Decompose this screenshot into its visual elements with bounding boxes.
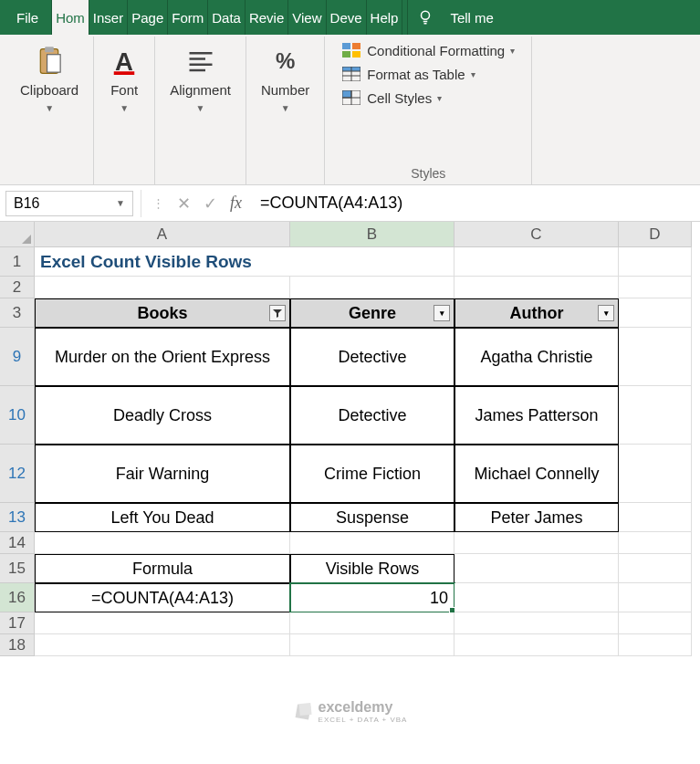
cell-D14[interactable]: [619, 532, 692, 554]
row-header-3[interactable]: 3: [0, 298, 35, 328]
cell-styles-button[interactable]: Cell Styles ▾: [338, 88, 518, 108]
alignment-button[interactable]: Alignment ▼: [162, 40, 238, 119]
filter-button-active[interactable]: [269, 305, 286, 321]
cell-A10[interactable]: Deadly Cross: [35, 386, 290, 445]
cell-B12[interactable]: Crime Fiction: [290, 445, 454, 503]
cell-D1[interactable]: [619, 247, 692, 277]
paste-button[interactable]: Clipboard ▼: [13, 40, 86, 119]
formula-input[interactable]: [251, 190, 700, 216]
formula-bar-buttons: ⋮ ✕ ✓ fx: [143, 194, 251, 214]
chevron-down-icon[interactable]: ▼: [116, 198, 125, 208]
chevron-down-icon: ▼: [120, 103, 129, 113]
tab-file[interactable]: File: [4, 0, 52, 35]
cell-B9[interactable]: Detective: [290, 328, 454, 386]
tab-help[interactable]: Help: [367, 0, 403, 35]
cell-C12[interactable]: Michael Connelly: [454, 445, 619, 503]
row-header-1[interactable]: 1: [0, 247, 35, 277]
cell-B3[interactable]: Genre▾: [290, 298, 454, 328]
column-header-d[interactable]: D: [619, 222, 692, 247]
cell-A16[interactable]: =COUNTA(A4:A13): [35, 583, 290, 612]
font-button[interactable]: A Font ▼: [101, 40, 147, 119]
tab-home[interactable]: Hom: [52, 0, 89, 35]
cell-B17[interactable]: [290, 612, 454, 634]
cell-B2[interactable]: [290, 277, 454, 298]
cancel-icon[interactable]: ✕: [177, 194, 191, 214]
cell-A2[interactable]: [35, 277, 290, 298]
cell-styles-label: Cell Styles: [367, 90, 432, 106]
row-header-10[interactable]: 10: [0, 386, 35, 445]
cell-C16[interactable]: [454, 583, 619, 612]
cell-C17[interactable]: [454, 612, 619, 634]
cell-D12[interactable]: [619, 445, 692, 503]
cell-C10[interactable]: James Patterson: [454, 386, 619, 445]
row-header-16[interactable]: 16: [0, 583, 35, 612]
format-as-table-button[interactable]: Format as Table ▾: [338, 64, 518, 84]
select-all-corner[interactable]: [0, 222, 35, 247]
cell-C15[interactable]: [454, 554, 619, 583]
cell-D18[interactable]: [619, 634, 692, 656]
cell-B13[interactable]: Suspense: [290, 503, 454, 532]
cell-D16[interactable]: [619, 583, 692, 612]
tab-page-layout[interactable]: Page: [128, 0, 168, 35]
chevron-down-icon: ▾: [437, 93, 442, 103]
cell-C18[interactable]: [454, 634, 619, 656]
cell-C3[interactable]: Author▾: [454, 298, 619, 328]
svg-rect-13: [352, 51, 360, 58]
row-header-18[interactable]: 18: [0, 634, 35, 656]
row-header-17[interactable]: 17: [0, 612, 35, 634]
cell-A3[interactable]: Books: [35, 298, 290, 328]
row-header-15[interactable]: 15: [0, 554, 35, 583]
row-header-12[interactable]: 12: [0, 445, 35, 503]
cell-B10[interactable]: Detective: [290, 386, 454, 445]
cell-C14[interactable]: [454, 532, 619, 554]
tab-review[interactable]: Revie: [246, 0, 288, 35]
column-header-c[interactable]: C: [454, 222, 619, 247]
cell-B15[interactable]: Visible Rows: [290, 554, 454, 583]
cell-D9[interactable]: [619, 328, 692, 386]
cell-D15[interactable]: [619, 554, 692, 583]
clipboard-label: Clipboard: [20, 82, 78, 98]
conditional-formatting-button[interactable]: Conditional Formatting ▾: [338, 40, 518, 60]
tell-me-search[interactable]: Tell me: [443, 0, 501, 35]
filter-button[interactable]: ▾: [434, 305, 450, 321]
column-header-a[interactable]: A: [35, 222, 290, 247]
tab-data[interactable]: Data: [208, 0, 246, 35]
cell-A9[interactable]: Murder on the Orient Express: [35, 328, 290, 386]
cell-D13[interactable]: [619, 503, 692, 532]
cell-C13[interactable]: Peter James: [454, 503, 619, 532]
cell-A18[interactable]: [35, 634, 290, 656]
row-header-13[interactable]: 13: [0, 503, 35, 532]
cell-C2[interactable]: [454, 277, 619, 298]
cell-A12[interactable]: Fair Warning: [35, 445, 290, 503]
lightbulb-icon[interactable]: [408, 0, 443, 35]
cell-B18[interactable]: [290, 634, 454, 656]
cell-B1[interactable]: [290, 247, 454, 277]
filter-button[interactable]: ▾: [598, 305, 614, 321]
cell-A14[interactable]: [35, 532, 290, 554]
cell-D3[interactable]: [619, 298, 692, 328]
fx-icon[interactable]: fx: [230, 194, 242, 213]
row-header-9[interactable]: 9: [0, 328, 35, 386]
row-header-14[interactable]: 14: [0, 532, 35, 554]
group-clipboard: Clipboard ▼: [5, 37, 94, 184]
enter-icon[interactable]: ✓: [204, 194, 217, 214]
cell-B16[interactable]: 10: [290, 583, 454, 612]
cell-A15[interactable]: Formula: [35, 554, 290, 583]
tab-view[interactable]: View: [288, 0, 326, 35]
cell-B14[interactable]: [290, 532, 454, 554]
cell-D17[interactable]: [619, 612, 692, 634]
cell-A17[interactable]: [35, 612, 290, 634]
name-box[interactable]: B16 ▼: [5, 191, 133, 216]
chevron-down-icon: ▼: [45, 103, 54, 113]
tab-developer[interactable]: Deve: [327, 0, 367, 35]
cell-C1[interactable]: [454, 247, 619, 277]
cell-D2[interactable]: [619, 277, 692, 298]
tab-insert[interactable]: Inser: [89, 0, 128, 35]
row-header-2[interactable]: 2: [0, 277, 35, 298]
cell-A13[interactable]: Left You Dead: [35, 503, 290, 532]
cell-C9[interactable]: Agatha Christie: [454, 328, 619, 386]
number-button[interactable]: % Number ▼: [254, 40, 317, 119]
cell-D10[interactable]: [619, 386, 692, 445]
column-header-b[interactable]: B: [290, 222, 454, 247]
tab-formulas[interactable]: Form: [168, 0, 208, 35]
